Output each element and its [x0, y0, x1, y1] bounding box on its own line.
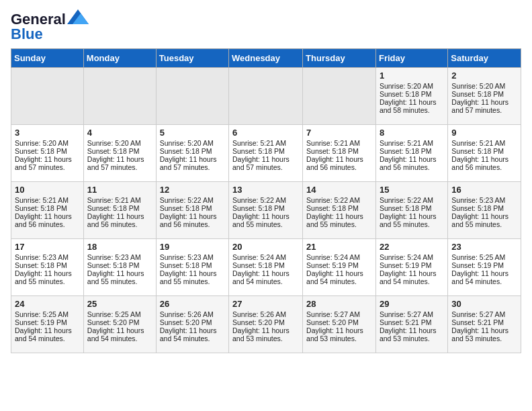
- cell-content: and 55 minutes.: [451, 220, 517, 228]
- calendar-cell: 16Sunrise: 5:23 AMSunset: 5:18 PMDayligh…: [448, 182, 521, 239]
- calendar-cell: 20Sunrise: 5:24 AMSunset: 5:18 PMDayligh…: [229, 239, 303, 296]
- cell-content: Sunrise: 5:22 AM: [306, 196, 372, 204]
- cell-content: Daylight: 11 hours: [232, 155, 299, 163]
- calendar-cell: 3Sunrise: 5:20 AMSunset: 5:18 PMDaylight…: [11, 125, 84, 182]
- calendar-cell: 12Sunrise: 5:22 AMSunset: 5:18 PMDayligh…: [156, 182, 228, 239]
- cell-content: and 53 minutes.: [380, 334, 444, 342]
- day-number: 28: [306, 299, 372, 309]
- calendar-week-3: 10Sunrise: 5:21 AMSunset: 5:18 PMDayligh…: [11, 182, 521, 239]
- cell-content: and 56 minutes.: [160, 220, 225, 228]
- cell-content: Daylight: 11 hours: [306, 155, 372, 163]
- calendar-cell: 13Sunrise: 5:22 AMSunset: 5:18 PMDayligh…: [229, 182, 303, 239]
- calendar-cell: 11Sunrise: 5:21 AMSunset: 5:18 PMDayligh…: [83, 182, 156, 239]
- cell-content: Sunrise: 5:20 AM: [15, 139, 80, 147]
- cell-content: Daylight: 11 hours: [380, 155, 444, 163]
- cell-content: and 56 minutes.: [380, 163, 444, 171]
- cell-content: Daylight: 11 hours: [380, 269, 444, 277]
- calendar-cell: 30Sunrise: 5:27 AMSunset: 5:21 PMDayligh…: [448, 296, 521, 353]
- cell-content: and 54 minutes.: [451, 277, 517, 285]
- cell-content: and 55 minutes.: [15, 277, 80, 285]
- calendar-table: SundayMondayTuesdayWednesdayThursdayFrid…: [11, 48, 521, 353]
- calendar-cell: 23Sunrise: 5:25 AMSunset: 5:19 PMDayligh…: [448, 239, 521, 296]
- calendar-cell: 26Sunrise: 5:26 AMSunset: 5:20 PMDayligh…: [156, 296, 228, 353]
- cell-content: and 53 minutes.: [451, 334, 517, 342]
- calendar-cell: [11, 68, 84, 125]
- cell-content: Sunset: 5:20 PM: [160, 318, 225, 326]
- cell-content: Daylight: 11 hours: [160, 212, 225, 220]
- day-number: 29: [380, 299, 444, 309]
- cell-content: Sunset: 5:18 PM: [87, 147, 152, 155]
- cell-content: Sunset: 5:20 PM: [306, 318, 372, 326]
- day-number: 16: [451, 185, 517, 195]
- cell-content: Daylight: 11 hours: [380, 98, 444, 106]
- cell-content: Daylight: 11 hours: [306, 326, 372, 334]
- cell-content: Sunset: 5:18 PM: [451, 147, 517, 155]
- cell-content: Daylight: 11 hours: [232, 212, 299, 220]
- header-thursday: Thursday: [303, 49, 376, 68]
- calendar-week-1: 1Sunrise: 5:20 AMSunset: 5:18 PMDaylight…: [11, 68, 521, 125]
- cell-content: Sunrise: 5:20 AM: [451, 82, 517, 90]
- cell-content: Sunrise: 5:27 AM: [306, 310, 372, 318]
- cell-content: Sunset: 5:18 PM: [15, 261, 80, 269]
- cell-content: Sunset: 5:21 PM: [451, 318, 517, 326]
- cell-content: and 53 minutes.: [306, 334, 372, 342]
- header: General Blue: [11, 11, 521, 43]
- cell-content: Sunset: 5:18 PM: [160, 261, 225, 269]
- calendar-cell: 9Sunrise: 5:21 AMSunset: 5:18 PMDaylight…: [448, 125, 521, 182]
- cell-content: and 57 minutes.: [87, 163, 152, 171]
- cell-content: and 54 minutes.: [160, 334, 225, 342]
- day-number: 27: [232, 299, 299, 309]
- cell-content: and 54 minutes.: [232, 277, 299, 285]
- cell-content: Sunrise: 5:21 AM: [15, 196, 80, 204]
- cell-content: and 54 minutes.: [15, 334, 80, 342]
- calendar-cell: 28Sunrise: 5:27 AMSunset: 5:20 PMDayligh…: [303, 296, 376, 353]
- cell-content: Sunset: 5:18 PM: [380, 90, 444, 98]
- cell-content: Daylight: 11 hours: [451, 98, 517, 106]
- cell-content: Daylight: 11 hours: [451, 212, 517, 220]
- header-friday: Friday: [375, 49, 447, 68]
- cell-content: Sunset: 5:19 PM: [380, 261, 444, 269]
- cell-content: and 57 minutes.: [160, 163, 225, 171]
- cell-content: Sunset: 5:21 PM: [380, 318, 444, 326]
- cell-content: Sunset: 5:18 PM: [380, 204, 444, 212]
- cell-content: and 58 minutes.: [380, 106, 444, 114]
- cell-content: Daylight: 11 hours: [451, 326, 517, 334]
- cell-content: and 55 minutes.: [160, 277, 225, 285]
- cell-content: Daylight: 11 hours: [232, 269, 299, 277]
- cell-content: and 54 minutes.: [306, 277, 372, 285]
- day-number: 26: [160, 299, 225, 309]
- cell-content: Sunset: 5:18 PM: [232, 204, 299, 212]
- calendar-cell: 24Sunrise: 5:25 AMSunset: 5:19 PMDayligh…: [11, 296, 84, 353]
- day-number: 6: [232, 128, 299, 138]
- cell-content: Sunrise: 5:21 AM: [87, 196, 152, 204]
- cell-content: Daylight: 11 hours: [160, 326, 225, 334]
- calendar-cell: 19Sunrise: 5:23 AMSunset: 5:18 PMDayligh…: [156, 239, 228, 296]
- day-number: 22: [380, 242, 444, 252]
- cell-content: Sunset: 5:18 PM: [160, 147, 225, 155]
- calendar-cell: 29Sunrise: 5:27 AMSunset: 5:21 PMDayligh…: [375, 296, 447, 353]
- day-number: 9: [451, 128, 517, 138]
- cell-content: Sunrise: 5:24 AM: [306, 253, 372, 261]
- cell-content: and 56 minutes.: [15, 220, 80, 228]
- cell-content: Sunrise: 5:23 AM: [160, 253, 225, 261]
- calendar-cell: 22Sunrise: 5:24 AMSunset: 5:19 PMDayligh…: [375, 239, 447, 296]
- header-sunday: Sunday: [11, 49, 84, 68]
- calendar-cell: 27Sunrise: 5:26 AMSunset: 5:20 PMDayligh…: [229, 296, 303, 353]
- cell-content: and 55 minutes.: [232, 220, 299, 228]
- calendar-header-row: SundayMondayTuesdayWednesdayThursdayFrid…: [11, 49, 521, 68]
- cell-content: Sunset: 5:18 PM: [87, 204, 152, 212]
- cell-content: Sunrise: 5:22 AM: [232, 196, 299, 204]
- header-saturday: Saturday: [448, 49, 521, 68]
- cell-content: Daylight: 11 hours: [15, 269, 80, 277]
- calendar-cell: 10Sunrise: 5:21 AMSunset: 5:18 PMDayligh…: [11, 182, 84, 239]
- cell-content: Daylight: 11 hours: [232, 326, 299, 334]
- day-number: 5: [160, 128, 225, 138]
- cell-content: Sunrise: 5:21 AM: [451, 139, 517, 147]
- cell-content: and 54 minutes.: [380, 277, 444, 285]
- cell-content: Daylight: 11 hours: [451, 269, 517, 277]
- cell-content: and 57 minutes.: [451, 106, 517, 114]
- cell-content: Sunrise: 5:23 AM: [15, 253, 80, 261]
- day-number: 24: [15, 299, 80, 309]
- cell-content: Daylight: 11 hours: [306, 212, 372, 220]
- cell-content: and 56 minutes.: [306, 163, 372, 171]
